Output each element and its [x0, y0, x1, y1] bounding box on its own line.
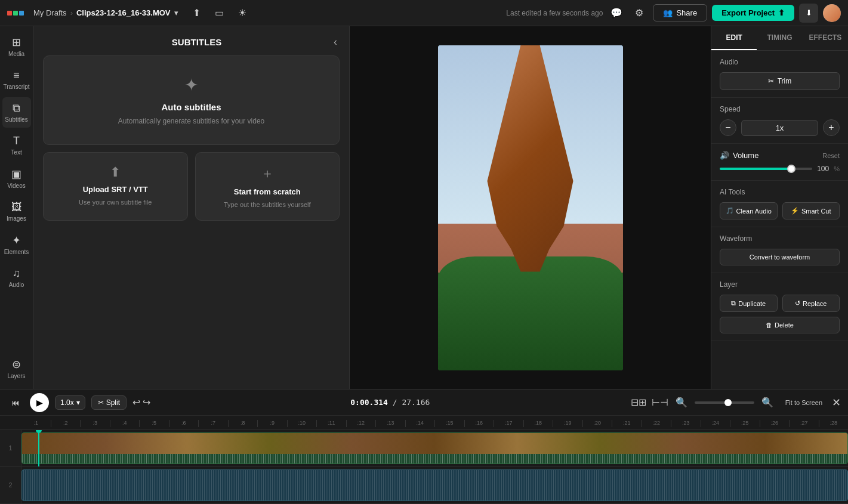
- monitor-icon[interactable]: ▭: [211, 4, 229, 22]
- zoom-out-button[interactable]: 🔍: [673, 394, 690, 411]
- speed-control: − 1x +: [720, 119, 840, 136]
- volume-pct: %: [834, 165, 840, 172]
- tree-area: [438, 256, 623, 370]
- ruler-mark: :16: [464, 420, 494, 427]
- zoom-slider-thumb[interactable]: [724, 399, 732, 406]
- clean-audio-button[interactable]: 🎵 Clean Audio: [720, 202, 778, 219]
- ruler-mark: :4: [110, 420, 140, 427]
- settings-icon[interactable]: ⚙: [630, 4, 648, 22]
- project-name[interactable]: My Drafts: [33, 8, 67, 17]
- breadcrumb: My Drafts › Clips23-12-16_16-33.MOV ▾: [33, 8, 178, 17]
- tab-timing[interactable]: TIMING: [757, 26, 802, 50]
- volume-section: 🔊 Volume Reset 100 %: [711, 144, 848, 181]
- duplicate-icon: ⧉: [731, 299, 736, 307]
- sidebar-item-videos[interactable]: ▣ Videos: [2, 163, 31, 194]
- elements-icon: ✦: [12, 234, 21, 247]
- audio-section: Audio ✂ Trim: [711, 51, 848, 98]
- subtitles-icon: ⧉: [13, 102, 20, 115]
- playhead[interactable]: [38, 430, 39, 466]
- volume-slider[interactable]: [720, 168, 812, 170]
- ruler-mark: :3: [80, 420, 110, 427]
- time-display: 0:00.314 / 27.166: [156, 398, 624, 407]
- scratch-desc: Type out the subtitles yourself: [224, 201, 311, 208]
- edit-tabs: EDIT TIMING EFFECTS: [711, 26, 848, 51]
- videos-icon: ▣: [11, 168, 21, 181]
- volume-reset-button[interactable]: Reset: [822, 152, 840, 159]
- replace-button[interactable]: ↺ Replace: [782, 295, 840, 312]
- volume-value: 100: [817, 165, 829, 173]
- tab-edit[interactable]: EDIT: [711, 26, 757, 50]
- upload-srt-card[interactable]: ⬆ Upload SRT / VTT Use your own subtitle…: [43, 152, 188, 221]
- sidebar-item-images[interactable]: 🖼 Images: [2, 196, 31, 227]
- sparkle-icon: ✦: [184, 75, 198, 95]
- trim-button[interactable]: ✂ Trim: [720, 72, 840, 90]
- download-button[interactable]: ⬇: [799, 4, 818, 23]
- sidebar-item-media[interactable]: ⊞ Media: [2, 31, 31, 62]
- brightness-icon[interactable]: ☀: [233, 4, 251, 22]
- zoom-slider[interactable]: [695, 401, 754, 404]
- sidebar-item-layers[interactable]: ⊜ Layers: [2, 353, 31, 384]
- redo-button[interactable]: ↪: [143, 397, 150, 408]
- sidebar-item-text[interactable]: T Text: [2, 130, 31, 160]
- track-controls-button[interactable]: ⊟⊞: [630, 394, 647, 411]
- split-button[interactable]: ✂ Split: [91, 395, 127, 410]
- user-avatar[interactable]: [823, 4, 841, 22]
- app-logo: [7, 11, 24, 16]
- smart-cut-button[interactable]: ⚡ Smart Cut: [782, 202, 840, 219]
- waveform-title: Waveform: [720, 234, 840, 243]
- video-clip[interactable]: [21, 432, 848, 464]
- track-content-1[interactable]: [21, 430, 848, 466]
- sidebar-item-elements[interactable]: ✦ Elements: [2, 229, 31, 260]
- text-icon: T: [13, 135, 20, 147]
- undo-button[interactable]: ↩: [132, 397, 140, 408]
- volume-label: 🔊 Volume: [720, 151, 758, 160]
- track-row-1: 1: [0, 430, 848, 467]
- convert-waveform-button[interactable]: Convert to waveform: [720, 249, 840, 265]
- audio-clip[interactable]: [21, 469, 848, 501]
- layer-title: Layer: [720, 280, 840, 289]
- speed-selector[interactable]: 1.0x ▾: [55, 395, 85, 410]
- upload-icon: ⬆: [110, 165, 121, 180]
- sidebar-item-audio[interactable]: ♫ Audio: [2, 262, 31, 293]
- share-button[interactable]: 👥 Share: [653, 4, 707, 21]
- sidebar-item-subtitles[interactable]: ⧉ Subtitles: [2, 97, 31, 128]
- layer-section: Layer ⧉ Duplicate ↺ Replace 🗑 Delete: [711, 273, 848, 341]
- play-button[interactable]: ▶: [30, 393, 49, 412]
- subtitles-content: ✦ Auto subtitles Automatically generate …: [33, 55, 349, 389]
- delete-button[interactable]: 🗑 Delete: [720, 317, 840, 333]
- video-preview: [438, 45, 623, 370]
- comment-icon[interactable]: 💬: [608, 4, 625, 22]
- auto-subtitles-title: Auto subtitles: [162, 102, 221, 112]
- export-button[interactable]: Export Project ⬆: [712, 5, 794, 21]
- scratch-card[interactable]: ＋ Start from scratch Type out the subtit…: [195, 152, 340, 221]
- volume-slider-thumb[interactable]: [787, 165, 795, 173]
- close-timeline-button[interactable]: ✕: [832, 396, 841, 409]
- ruler-mark: :25: [730, 420, 760, 427]
- undo-redo: ↩ ↪: [132, 397, 150, 408]
- images-icon: 🖼: [11, 201, 22, 214]
- rewind-button[interactable]: ⏮: [7, 394, 24, 411]
- track-content-2[interactable]: [21, 467, 848, 503]
- auto-subtitles-card[interactable]: ✦ Auto subtitles Automatically generate …: [43, 55, 340, 145]
- speed-increase-button[interactable]: +: [823, 119, 840, 136]
- ruler-mark: :22: [642, 420, 671, 427]
- speed-decrease-button[interactable]: −: [720, 119, 736, 136]
- ruler-mark: :7: [198, 420, 228, 427]
- duplicate-button[interactable]: ⧉ Duplicate: [720, 295, 778, 312]
- scissors-icon: ✂: [98, 398, 104, 407]
- fit-tracks-button[interactable]: ⊢⊣: [652, 394, 668, 411]
- collapse-panel-button[interactable]: ‹: [334, 36, 337, 48]
- zoom-in-button[interactable]: 🔍: [759, 394, 776, 411]
- sidebar-item-transcript[interactable]: ≡ Transcript: [2, 64, 31, 95]
- fit-screen-button[interactable]: Fit to Screen: [781, 397, 827, 409]
- tab-effects[interactable]: EFFECTS: [803, 26, 848, 50]
- filename-dropdown[interactable]: ▾: [174, 8, 178, 17]
- ai-tools-section: AI Tools 🎵 Clean Audio ⚡ Smart Cut: [711, 181, 848, 227]
- ruler-mark: :10: [287, 420, 317, 427]
- timeline-tracks: 1 2: [0, 430, 848, 504]
- upload-icon[interactable]: ⬆: [188, 4, 206, 22]
- ai-tools-title: AI Tools: [720, 188, 840, 196]
- ruler-mark: :21: [612, 420, 642, 427]
- track-row-2: 2: [0, 467, 848, 504]
- ruler-mark: :19: [553, 420, 582, 427]
